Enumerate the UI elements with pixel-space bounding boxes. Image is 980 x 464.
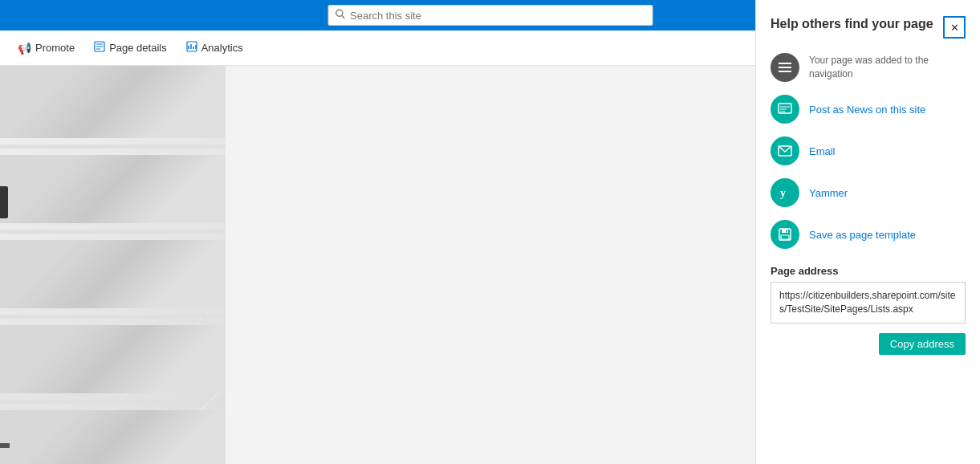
navigation-sub-text: Your page was added to the navigation [809,54,966,81]
analytics-icon [186,41,197,55]
post-news-text: Post as News on this site [809,104,925,116]
save-template-icon [771,220,799,249]
page-address-section: Page address https://citizenbuilders.sha… [771,265,966,324]
page-address-label: Page address [771,265,966,277]
navigation-icon [771,53,799,82]
search-container [327,5,653,26]
search-input[interactable] [350,10,645,22]
yammer-text: Yammer [809,187,848,199]
page-address-value: https://citizenbuilders.sharepoint.com/s… [771,282,966,324]
left-tab[interactable] [0,186,8,218]
yammer-item[interactable]: y Yammer [771,178,966,207]
navigation-item[interactable]: Your page was added to the navigation [771,53,966,82]
analytics-button[interactable]: Analytics [178,35,251,61]
svg-rect-26 [782,229,788,233]
promote-icon: 📢 [18,42,31,55]
search-box[interactable] [327,5,653,26]
search-icon [335,8,345,22]
email-icon [771,136,799,165]
analytics-label: Analytics [201,42,243,54]
email-item[interactable]: Email [771,136,966,165]
svg-line-1 [342,16,344,18]
panel-header: Help others find your page ✕ [771,16,966,39]
svg-text:y: y [780,187,786,199]
close-icon: ✕ [950,22,959,34]
background-stripes [0,66,226,464]
page-details-icon [94,41,105,55]
close-button[interactable]: ✕ [943,16,966,39]
post-news-icon [771,95,799,124]
save-template-item[interactable]: Save as page template [771,220,966,249]
help-panel: Help others find your page ✕ Your page w… [755,0,980,464]
page-details-label: Page details [109,42,167,54]
svg-point-0 [335,10,342,16]
svg-rect-27 [781,235,789,239]
save-template-text: Save as page template [809,229,916,241]
email-text: Email [809,145,836,157]
promote-button[interactable]: 📢 Promote [10,35,83,61]
promote-label: Promote [35,42,75,54]
copy-address-button[interactable]: Copy address [879,333,966,355]
post-news-item[interactable]: Post as News on this site [771,95,966,124]
page-details-button[interactable]: Page details [86,35,175,61]
bottom-label [0,443,10,448]
navigation-text: Your page was added to the navigation [809,54,966,81]
yammer-icon: y [771,178,799,207]
panel-title: Help others find your page [771,16,935,33]
